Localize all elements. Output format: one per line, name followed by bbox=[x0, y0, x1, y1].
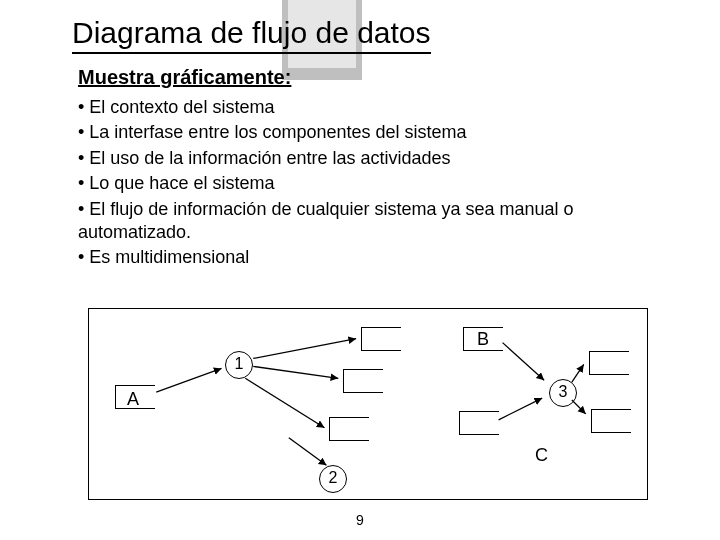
svg-line-2 bbox=[253, 366, 338, 378]
svg-line-1 bbox=[253, 339, 356, 359]
svg-line-6 bbox=[499, 398, 543, 420]
entity-rect bbox=[459, 411, 499, 435]
entity-label-C: C bbox=[535, 445, 548, 466]
bullet-item: • El contexto del sistema bbox=[78, 96, 660, 119]
entity-rect bbox=[329, 417, 369, 441]
bullet-item: • Es multidimensional bbox=[78, 246, 660, 269]
entity-rect bbox=[589, 351, 629, 375]
entity-rect bbox=[591, 409, 631, 433]
svg-line-3 bbox=[245, 378, 324, 427]
bullet-list: • El contexto del sistema • La interfase… bbox=[78, 96, 660, 272]
svg-line-5 bbox=[503, 343, 545, 381]
slide-title: Diagrama de flujo de datos bbox=[72, 16, 431, 54]
svg-line-7 bbox=[572, 364, 584, 382]
process-node-3: 3 bbox=[549, 379, 577, 407]
bullet-item: • Lo que hace el sistema bbox=[78, 172, 660, 195]
entity-label-A: A bbox=[127, 389, 139, 410]
svg-line-4 bbox=[289, 438, 327, 466]
svg-line-0 bbox=[156, 368, 221, 392]
entity-rect bbox=[361, 327, 401, 351]
process-node-1: 1 bbox=[225, 351, 253, 379]
bullet-item: • La interfase entre los componentes del… bbox=[78, 121, 660, 144]
entity-rect bbox=[343, 369, 383, 393]
page-number: 9 bbox=[0, 512, 720, 528]
dfd-diagram: A B C 1 2 3 3 bbox=[88, 308, 648, 500]
entity-label-B: B bbox=[477, 329, 489, 350]
process-node-2: 2 bbox=[319, 465, 347, 493]
bullet-item: • El flujo de información de cualquier s… bbox=[78, 198, 660, 245]
bullet-item: • El uso de la información entre las act… bbox=[78, 147, 660, 170]
svg-line-8 bbox=[572, 400, 586, 414]
slide-subtitle: Muestra gráficamente: bbox=[78, 66, 291, 89]
